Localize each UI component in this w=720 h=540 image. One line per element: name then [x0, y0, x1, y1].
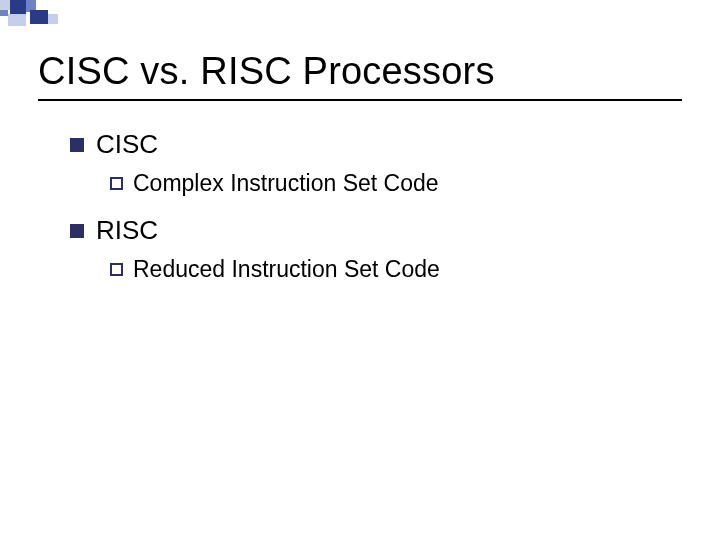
slide-title: CISC vs. RISC Processors — [38, 50, 682, 93]
list-item-label: RISC — [96, 215, 158, 246]
title-underline — [38, 99, 682, 101]
hollow-square-bullet-icon — [110, 263, 123, 276]
corner-decoration — [0, 0, 100, 28]
list-item: CISC — [70, 129, 682, 160]
square-bullet-icon — [70, 138, 84, 152]
list-subitem-label: Reduced Instruction Set Code — [133, 256, 440, 283]
list-subitem-label: Complex Instruction Set Code — [133, 170, 439, 197]
slide-content: CISC vs. RISC Processors CISC Complex In… — [0, 0, 720, 283]
hollow-square-bullet-icon — [110, 177, 123, 190]
list-item: RISC — [70, 215, 682, 246]
square-bullet-icon — [70, 224, 84, 238]
list-subitem: Reduced Instruction Set Code — [110, 256, 682, 283]
list-subitem: Complex Instruction Set Code — [110, 170, 682, 197]
list-item-label: CISC — [96, 129, 158, 160]
